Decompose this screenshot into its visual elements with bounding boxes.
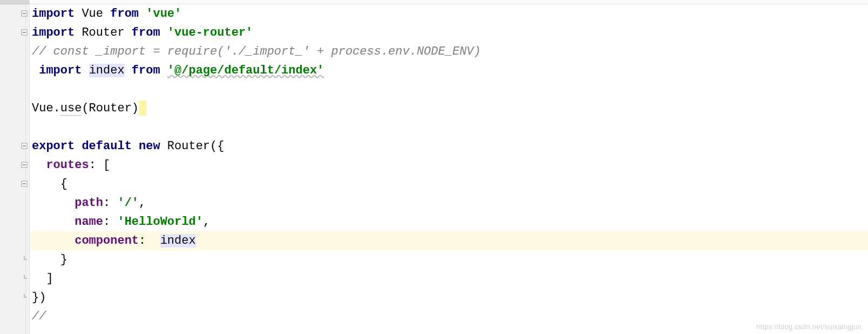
code-line[interactable]: import Router from 'vue-router' [30,23,868,42]
code-token [82,64,89,77]
code-line[interactable]: name: 'HelloWorld', [30,212,868,231]
code-token: { [32,177,67,191]
code-line[interactable]: Vue.use(Router) [30,99,868,118]
code-token: Router [82,26,124,39]
code-token: import [32,26,74,39]
code-token: (Router) [82,102,139,115]
fold-collapse-icon[interactable] [21,180,28,188]
code-token [160,64,167,77]
code-token: index [160,234,196,248]
code-token: index [89,64,125,77]
code-token: , [139,196,146,210]
code-line[interactable]: path: '/', [30,193,868,212]
code-line[interactable] [30,80,868,99]
code-token: routes [46,158,89,172]
code-token: Router({ [167,139,225,153]
code-token: : [ [89,158,111,172]
code-token: }) [32,291,46,304]
fold-collapse-icon[interactable] [21,142,28,150]
code-token: : [139,234,160,248]
code-token [32,158,46,172]
code-line[interactable]: import Vue from 'vue' [30,4,868,23]
code-line[interactable]: // [30,307,868,326]
code-line[interactable]: ] [30,269,868,288]
code-token [32,121,39,134]
fold-collapse-icon[interactable] [21,29,28,36]
code-line[interactable]: component: index [30,231,868,250]
code-line[interactable]: } [30,250,868,269]
code-token: , [203,215,210,229]
code-token: component [74,234,139,248]
code-token: // const _import = require('./_import_' … [32,45,481,58]
code-token [103,7,110,21]
fold-end-icon [21,293,28,301]
code-token: import [39,64,82,77]
code-area[interactable]: import Vue from 'vue'import Router from … [30,0,868,334]
code-editor[interactable]: import Vue from 'vue'import Router from … [0,0,868,334]
code-token: : [103,215,117,229]
code-line[interactable] [30,118,868,137]
code-token [74,26,82,39]
code-token [125,26,132,39]
code-top-bar [30,0,868,4]
code-token: from [110,7,139,21]
fold-end-icon [21,275,28,282]
code-token: from [132,26,160,39]
code-token: '/' [117,196,139,210]
cursor-position [139,101,146,116]
code-token: export default [32,139,139,153]
code-token: path [74,196,103,210]
code-token [74,7,82,21]
code-token: '@/page/default/index' [167,64,324,77]
fold-end-icon [21,256,28,263]
code-token: use [60,102,82,116]
code-token [32,215,74,229]
code-token: // [32,310,46,323]
code-line[interactable]: export default new Router({ [30,137,868,156]
code-token: new [139,139,167,153]
code-token [32,64,39,77]
gutter-divider [25,4,26,334]
code-token [139,7,146,21]
code-token: : [103,196,117,210]
code-token: ] [32,272,53,285]
code-token: 'vue-router' [167,26,253,39]
code-token: Vue. [32,102,60,115]
code-line[interactable]: }) [30,288,868,307]
gutter [0,0,30,334]
code-token [32,83,39,96]
code-token: import [32,7,74,21]
code-line[interactable]: { [30,175,868,193]
code-line[interactable]: import index from '@/page/default/index' [30,61,868,80]
code-token [125,64,132,77]
code-token: } [32,253,67,266]
code-token: 'vue' [146,7,181,21]
fold-collapse-icon[interactable] [21,161,28,169]
code-token [32,196,74,210]
code-token [160,26,167,39]
code-token: name [74,215,103,229]
code-token [32,234,74,248]
code-line[interactable]: // const _import = require('./_import_' … [30,42,868,61]
code-token: Vue [82,7,103,21]
fold-collapse-icon[interactable] [21,10,28,17]
watermark-text: https://blog.csdn.net/suixaingjun [756,323,862,331]
code-line[interactable]: routes: [ [30,156,868,175]
code-token: from [132,64,160,77]
code-token: 'HelloWorld' [117,215,202,229]
gutter-top-bar [0,0,29,4]
